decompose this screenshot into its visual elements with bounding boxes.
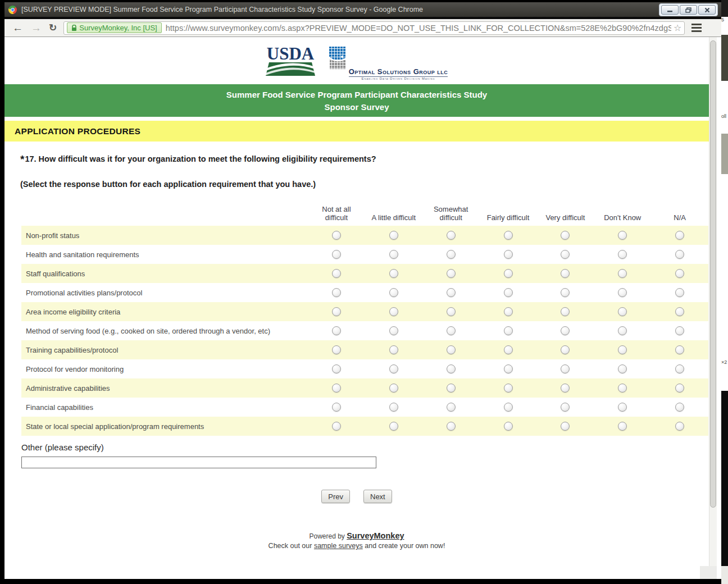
scrollbar-thumb[interactable] — [710, 40, 716, 508]
radio-row5-col4[interactable] — [504, 307, 513, 316]
radio-row9-col5[interactable] — [561, 384, 570, 393]
menu-button[interactable] — [691, 24, 702, 32]
radio-row1-col2[interactable] — [389, 231, 398, 240]
address-bar[interactable]: SurveyMonkey, Inc [US] https://www.surve… — [63, 21, 685, 35]
radio-row6-col1[interactable] — [332, 326, 341, 335]
radio-row7-col1[interactable] — [332, 345, 341, 354]
survey-navigation: Prev Next — [4, 490, 709, 503]
radio-row6-col5[interactable] — [561, 326, 570, 335]
radio-row6-col2[interactable] — [389, 326, 398, 335]
radio-row7-col6[interactable] — [618, 345, 627, 354]
radio-row3-col7[interactable] — [675, 269, 684, 278]
radio-row2-col5[interactable] — [561, 250, 570, 259]
radio-row3-col5[interactable] — [561, 269, 570, 278]
radio-row3-col2[interactable] — [389, 269, 398, 278]
radio-row8-col1[interactable] — [332, 364, 341, 373]
radio-row6-col6[interactable] — [618, 326, 627, 335]
radio-row10-col5[interactable] — [561, 403, 570, 412]
next-button[interactable]: Next — [363, 490, 392, 503]
close-button[interactable] — [698, 5, 716, 15]
radio-row11-col4[interactable] — [504, 422, 513, 431]
radio-row5-col6[interactable] — [618, 307, 627, 316]
radio-row9-col1[interactable] — [332, 384, 341, 393]
radio-row5-col7[interactable] — [675, 307, 684, 316]
minimize-icon — [667, 7, 673, 12]
radio-row4-col1[interactable] — [332, 288, 341, 297]
radio-row2-col2[interactable] — [389, 250, 398, 259]
radio-row10-col2[interactable] — [389, 403, 398, 412]
radio-row4-col4[interactable] — [504, 288, 513, 297]
radio-row11-col7[interactable] — [675, 422, 684, 431]
radio-row10-col6[interactable] — [618, 403, 627, 412]
reload-button[interactable]: ↻ — [49, 22, 57, 34]
other-label: Other (please specify) — [21, 442, 709, 452]
radio-row1-col6[interactable] — [618, 231, 627, 240]
matrix-row: Area income eligibility criteria — [21, 302, 708, 321]
radio-row8-col3[interactable] — [447, 364, 456, 373]
radio-row4-col6[interactable] — [618, 288, 627, 297]
radio-row10-col7[interactable] — [675, 403, 684, 412]
radio-row2-col4[interactable] — [504, 250, 513, 259]
matrix-column-header: Somewhat difficult — [422, 202, 480, 226]
radio-row11-col5[interactable] — [561, 422, 570, 431]
radio-row11-col3[interactable] — [447, 422, 456, 431]
radio-row8-col7[interactable] — [675, 364, 684, 373]
radio-row5-col3[interactable] — [447, 307, 456, 316]
radio-row10-col1[interactable] — [332, 403, 341, 412]
back-button[interactable]: ← — [12, 22, 23, 33]
radio-row4-col3[interactable] — [447, 288, 456, 297]
radio-row1-col5[interactable] — [561, 231, 570, 240]
radio-row10-col4[interactable] — [504, 403, 513, 412]
radio-row2-col1[interactable] — [332, 250, 341, 259]
sample-surveys-link[interactable]: sample surveys — [314, 542, 363, 550]
radio-row3-col4[interactable] — [504, 269, 513, 278]
radio-row7-col4[interactable] — [504, 345, 513, 354]
radio-row2-col3[interactable] — [447, 250, 456, 259]
radio-row6-col4[interactable] — [504, 326, 513, 335]
radio-row7-col5[interactable] — [561, 345, 570, 354]
radio-row9-col3[interactable] — [447, 384, 456, 393]
radio-row4-col7[interactable] — [675, 288, 684, 297]
radio-row1-col3[interactable] — [447, 231, 456, 240]
radio-row5-col1[interactable] — [332, 307, 341, 316]
minimize-button[interactable] — [661, 5, 679, 15]
radio-row2-col6[interactable] — [618, 250, 627, 259]
scrollbar-track[interactable] — [709, 37, 717, 579]
radio-row5-col2[interactable] — [389, 307, 398, 316]
radio-row9-col6[interactable] — [618, 384, 627, 393]
radio-row5-col5[interactable] — [561, 307, 570, 316]
surveymonkey-link[interactable]: SurveyMonkey — [347, 531, 404, 540]
radio-row6-col7[interactable] — [675, 326, 684, 335]
radio-row7-col7[interactable] — [675, 345, 684, 354]
sliver-block — [721, 0, 728, 17]
radio-row4-col5[interactable] — [561, 288, 570, 297]
radio-row8-col4[interactable] — [504, 364, 513, 373]
radio-row1-col1[interactable] — [332, 231, 341, 240]
radio-row8-col5[interactable] — [561, 364, 570, 373]
radio-row11-col1[interactable] — [332, 422, 341, 431]
radio-row8-col2[interactable] — [389, 364, 398, 373]
radio-row1-col4[interactable] — [504, 231, 513, 240]
radio-row9-col7[interactable] — [675, 384, 684, 393]
radio-row2-col7[interactable] — [675, 250, 684, 259]
radio-row9-col2[interactable] — [389, 384, 398, 393]
other-input[interactable] — [21, 457, 376, 468]
radio-row3-col6[interactable] — [618, 269, 627, 278]
prev-button[interactable]: Prev — [321, 490, 350, 503]
security-badge[interactable]: SurveyMonkey, Inc [US] — [67, 22, 161, 33]
restore-button[interactable] — [680, 5, 697, 15]
bookmark-star-icon[interactable]: ☆ — [674, 22, 681, 33]
forward-button[interactable]: → — [31, 22, 42, 33]
radio-row6-col3[interactable] — [447, 326, 456, 335]
radio-row7-col3[interactable] — [447, 345, 456, 354]
radio-row1-col7[interactable] — [675, 231, 684, 240]
radio-row11-col6[interactable] — [618, 422, 627, 431]
radio-row3-col1[interactable] — [332, 269, 341, 278]
radio-row10-col3[interactable] — [447, 403, 456, 412]
radio-row9-col4[interactable] — [504, 384, 513, 393]
radio-row4-col2[interactable] — [389, 288, 398, 297]
radio-row3-col3[interactable] — [447, 269, 456, 278]
radio-row7-col2[interactable] — [389, 345, 398, 354]
radio-row8-col6[interactable] — [618, 364, 627, 373]
radio-row11-col2[interactable] — [389, 422, 398, 431]
